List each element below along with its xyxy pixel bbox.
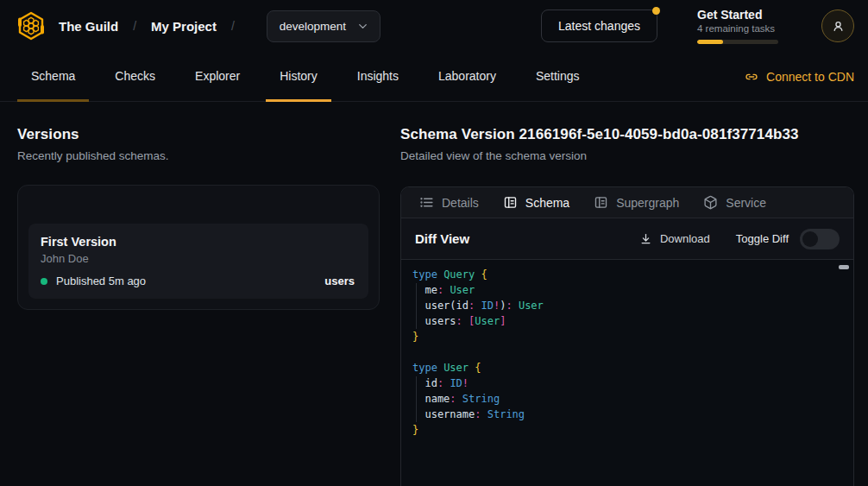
app-header: The Guild / My Project / development Lat… (0, 0, 868, 52)
environment-dropdown[interactable]: development (267, 10, 381, 42)
indent-guide (416, 283, 417, 329)
connect-to-cdn-label: Connect to CDN (766, 70, 854, 84)
get-started-widget[interactable]: Get Started 4 remaining tasks (697, 8, 782, 44)
version-list-item[interactable]: First Version John Doe Published 5m ago … (28, 224, 368, 299)
link-icon (745, 70, 758, 84)
target-nav: Schema Checks Explorer History Insights … (0, 52, 868, 102)
code-line: type Query { (412, 267, 833, 282)
tab-schema-label: Schema (525, 196, 569, 210)
code-line (412, 344, 833, 360)
diff-view-actions: Download Toggle Diff (639, 229, 840, 249)
download-label: Download (660, 232, 710, 245)
nav-tabs: Schema Checks Explorer History Insights … (17, 52, 594, 101)
schema-code-viewer: type Query { me: User user(id: ID!): Use… (401, 259, 853, 486)
nav-tab-laboratory[interactable]: Laboratory (425, 52, 510, 102)
indent-guide (416, 376, 417, 422)
nav-tab-schema[interactable]: Schema (17, 52, 89, 102)
code-line: me: User (412, 282, 833, 298)
schema-detail-card: Details Schema Supergraph (400, 186, 854, 486)
nav-tab-settings[interactable]: Settings (522, 52, 594, 102)
diff-view-title: Diff View (415, 231, 469, 246)
download-button[interactable]: Download (639, 232, 710, 245)
latest-changes-button[interactable]: Latest changes (541, 9, 657, 42)
schema-version-subtitle: Detailed view of the schema version (400, 149, 854, 162)
version-service-badge: users (324, 275, 355, 287)
code-line: type User { (412, 360, 833, 376)
version-status: Published 5m ago (56, 275, 146, 287)
cube-icon (703, 195, 718, 210)
breadcrumb-separator: / (133, 19, 136, 33)
user-icon (830, 18, 846, 35)
latest-changes-label: Latest changes (558, 19, 640, 33)
tab-details-label: Details (442, 196, 479, 210)
versions-list: First Version John Doe Published 5m ago … (17, 185, 380, 310)
code-line: id: ID! (412, 376, 833, 391)
tab-service[interactable]: Service (692, 187, 777, 218)
nav-tab-checks[interactable]: Checks (101, 52, 169, 102)
breadcrumb-project[interactable]: My Project (151, 19, 217, 34)
code-line: name: String (412, 391, 833, 407)
list-icon (419, 195, 434, 210)
get-started-progress-track (697, 40, 778, 44)
versions-title: Versions (17, 126, 380, 143)
toggle-diff-switch[interactable] (800, 229, 840, 249)
published-status-dot (41, 278, 47, 285)
tab-details[interactable]: Details (408, 187, 490, 218)
tab-service-label: Service (726, 196, 766, 210)
breadcrumb-org[interactable]: The Guild (59, 19, 118, 34)
user-avatar[interactable] (821, 9, 854, 42)
nav-tab-history[interactable]: History (266, 52, 331, 102)
breadcrumb: The Guild / My Project / development (14, 9, 381, 43)
vertical-scrollbar-thumb[interactable] (839, 265, 849, 269)
versions-subtitle: Recently published schemas. (17, 149, 380, 162)
hive-logo-icon[interactable] (14, 9, 48, 43)
chevron-down-icon (356, 20, 369, 33)
header-right: Latest changes Get Started 4 remaining t… (541, 8, 854, 44)
diff-view-header: Diff View Download Toggle Diff (401, 218, 853, 259)
download-icon (639, 232, 652, 245)
notification-dot (652, 7, 660, 15)
versions-panel: Versions Recently published schemas. Fir… (0, 102, 400, 486)
toggle-knob (802, 231, 818, 247)
nav-tab-explorer[interactable]: Explorer (181, 52, 254, 102)
code-line: users: [User] (412, 313, 833, 329)
schema-version-panel: Schema Version 2166196f-5e10-4059-bd0a-0… (400, 102, 868, 486)
version-name: First Version (41, 235, 355, 249)
code-line: } (412, 329, 833, 344)
get-started-progress-fill (697, 40, 723, 44)
breadcrumb-separator: / (231, 19, 235, 33)
columns-icon (594, 195, 608, 210)
columns-icon (503, 195, 518, 210)
connect-to-cdn-link[interactable]: Connect to CDN (745, 52, 854, 101)
nav-tab-insights[interactable]: Insights (343, 52, 412, 102)
tab-supergraph-label: Supergraph (616, 196, 679, 210)
environment-dropdown-value: development (280, 20, 346, 33)
schema-version-title: Schema Version 2166196f-5e10-4059-bd0a-0… (400, 126, 854, 143)
tab-schema[interactable]: Schema (492, 187, 581, 218)
code-line: username: String (412, 407, 833, 422)
detail-tabs: Details Schema Supergraph (401, 187, 853, 218)
toggle-diff-label: Toggle Diff (736, 232, 789, 245)
code-block: type Query { me: User user(id: ID!): Use… (412, 267, 833, 438)
version-meta-row: Published 5m ago users (41, 275, 355, 287)
main-content: Versions Recently published schemas. Fir… (0, 102, 868, 486)
get-started-subtitle: 4 remaining tasks (697, 23, 782, 34)
get-started-title: Get Started (697, 8, 782, 22)
code-line: user(id: ID!): User (412, 298, 833, 313)
toggle-diff-group: Toggle Diff (736, 229, 840, 249)
code-line: } (412, 422, 833, 438)
tab-supergraph[interactable]: Supergraph (582, 187, 690, 218)
version-author: John Doe (41, 252, 355, 265)
